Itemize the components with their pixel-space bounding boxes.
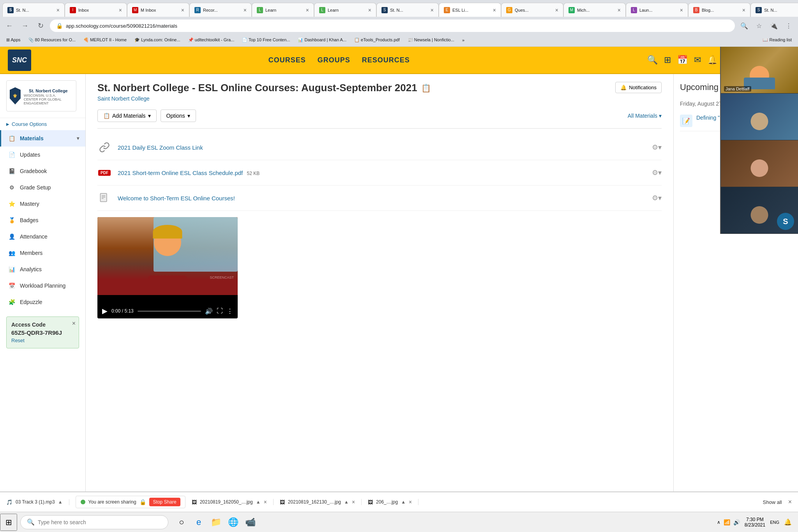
nav-search-icon[interactable]: 🔍 — [647, 55, 658, 65]
refresh-button[interactable]: ↻ — [34, 19, 47, 32]
tab-12[interactable]: B Blog... × — [688, 3, 750, 17]
taskbar-edge-icon[interactable]: e — [192, 515, 206, 529]
back-button[interactable]: ← — [3, 19, 16, 32]
video-call-s-button[interactable]: S — [777, 213, 794, 230]
nav-resources[interactable]: RESOURCES — [362, 56, 410, 64]
dismiss-downloads-button[interactable]: × — [788, 498, 792, 505]
bookmark-icon[interactable]: ☆ — [753, 19, 765, 32]
material-3-gear[interactable]: ⚙▾ — [652, 194, 662, 202]
nav-groups[interactable]: GROUPS — [318, 56, 350, 64]
bookmark-4[interactable]: 📌 udltechtoolkit - Gra... — [185, 37, 238, 43]
nav-mail-icon[interactable]: ✉ — [694, 55, 701, 65]
tab-6[interactable]: L Learn × — [314, 3, 376, 17]
tab-12-close[interactable]: × — [742, 7, 745, 13]
audio-download-caret[interactable]: ▲ — [58, 499, 63, 505]
bookmark-7[interactable]: 📋 eTools_Products.pdf — [351, 37, 403, 43]
tab-5[interactable]: L Learn × — [252, 3, 314, 17]
taskbar-zoom-icon[interactable]: 📹 — [243, 515, 257, 529]
forward-button[interactable]: → — [19, 19, 31, 32]
page-subtitle[interactable]: Saint Norbert College — [97, 95, 615, 102]
taskbar-chrome-icon[interactable]: 🌐 — [226, 515, 240, 529]
add-materials-button[interactable]: 📋 Add Materials ▾ — [97, 110, 157, 122]
sidebar-item-edpuzzle[interactable]: 🧩 Edpuzzle — [0, 294, 85, 310]
material-1-gear[interactable]: ⚙▾ — [652, 143, 662, 152]
show-all-downloads-button[interactable]: Show all — [763, 499, 782, 505]
sidebar-item-workload-planning[interactable]: 📅 Workload Planning — [0, 277, 85, 294]
taskbar-explorer-icon[interactable]: 📁 — [209, 515, 223, 529]
tab-7-close[interactable]: × — [431, 7, 434, 13]
sidebar-item-gradebook[interactable]: 📓 Gradebook — [0, 163, 85, 179]
sidebar-item-materials[interactable]: 📋 Materials ▾ — [0, 130, 85, 147]
tab-1[interactable]: S St. N... × — [2, 3, 65, 17]
extensions-icon[interactable]: 🔌 — [768, 19, 780, 32]
tab-7[interactable]: S St. N... × — [376, 3, 439, 17]
sidebar-item-analytics[interactable]: 📊 Analytics — [0, 261, 85, 277]
taskbar-cortana-icon[interactable]: ○ — [175, 515, 189, 529]
course-options[interactable]: ▶ Course Options — [0, 118, 85, 130]
tab-13[interactable]: S St. N... × — [750, 3, 798, 17]
tab-9-close[interactable]: × — [555, 7, 558, 13]
bookmark-2[interactable]: 🍕 MERLOT II - Home — [80, 37, 130, 43]
tab-4-close[interactable]: × — [244, 7, 247, 13]
taskbar-clock[interactable]: 7:30 PM 8/23/2021 — [745, 517, 765, 528]
video-play-button[interactable]: ▶ — [102, 307, 108, 315]
image-2-close[interactable]: × — [352, 499, 355, 505]
bookmark-apps[interactable]: ⊞ Apps — [3, 37, 24, 43]
start-button[interactable]: ⊞ — [0, 514, 17, 531]
bookmark-8[interactable]: 📰 Newsela | Nonfictio... — [404, 37, 457, 43]
sidebar-item-updates[interactable]: 📄 Updates — [0, 147, 85, 163]
image-1-close[interactable]: × — [264, 499, 267, 505]
video-volume-button[interactable]: 🔊 — [205, 308, 213, 315]
material-2-title[interactable]: 2021 Short-term Online ESL Class Schedul… — [118, 170, 646, 176]
bookmark-3[interactable]: 🎓 Lynda.com: Online... — [131, 37, 184, 43]
tab-5-close[interactable]: × — [306, 7, 309, 13]
access-code-reset-link[interactable]: Reset — [11, 338, 25, 343]
image-1-caret[interactable]: ▲ — [256, 499, 261, 505]
taskbar-notification-icon[interactable]: 🔔 — [784, 518, 792, 526]
tab-10-close[interactable]: × — [618, 7, 621, 13]
sidebar-item-grade-setup[interactable]: ⚙ Grade Setup — [0, 179, 85, 196]
tab-9[interactable]: G Ques... × — [501, 3, 563, 17]
material-3-title[interactable]: Welcome to Short-Term ESL Online Courses… — [118, 195, 646, 201]
tab-11[interactable]: L Laun... × — [626, 3, 688, 17]
tab-1-close[interactable]: × — [56, 7, 60, 13]
image-3-close[interactable]: × — [409, 499, 412, 505]
tab-3[interactable]: M M Inbox × — [127, 3, 189, 17]
taskbar-volume-icon[interactable]: 🔊 — [733, 519, 740, 525]
address-bar[interactable]: 🔒 app.schoology.com/course/5090821216/ma… — [50, 19, 735, 32]
tab-4[interactable]: R Recor... × — [189, 3, 252, 17]
taskbar-network-icon[interactable]: 📶 — [724, 519, 730, 525]
menu-icon[interactable]: ⋮ — [782, 19, 795, 32]
sidebar-item-badges[interactable]: 🏅 Badges — [0, 212, 85, 228]
notifications-button[interactable]: 🔔 Notifications — [615, 82, 662, 93]
tab-2-close[interactable]: × — [119, 7, 122, 13]
tab-8-close[interactable]: × — [493, 7, 496, 13]
tab-11-close[interactable]: × — [680, 7, 683, 13]
stop-share-button[interactable]: Stop Share — [149, 498, 180, 506]
access-code-close-button[interactable]: × — [72, 320, 76, 327]
nav-calendar-icon[interactable]: 📅 — [677, 55, 688, 65]
nav-grid-icon[interactable]: ⊞ — [664, 55, 671, 65]
sidebar-item-attendance[interactable]: 👤 Attendance — [0, 228, 85, 245]
video-more-button[interactable]: ⋮ — [227, 308, 233, 315]
nav-bell-icon[interactable]: 🔔 — [707, 55, 718, 65]
bookmark-5[interactable]: 📄 Top 10 Free Conten... — [239, 37, 293, 43]
options-button[interactable]: Options ▾ — [161, 110, 196, 122]
all-materials-filter[interactable]: All Materials ▾ — [628, 113, 662, 119]
tab-2[interactable]: I Inbox × — [65, 3, 127, 17]
search-icon[interactable]: 🔍 — [738, 19, 750, 32]
tab-8-active[interactable]: E ESL Li... × — [439, 3, 501, 17]
copy-icon[interactable]: 📋 — [421, 83, 431, 93]
image-3-caret[interactable]: ▲ — [401, 499, 406, 505]
tab-6-close[interactable]: × — [368, 7, 371, 13]
video-fullscreen-button[interactable]: ⛶ — [217, 308, 223, 315]
taskbar-search-input[interactable] — [38, 519, 162, 525]
taskbar-up-arrow[interactable]: ∧ — [717, 520, 720, 525]
bookmark-reading-list[interactable]: 📖 Reading list — [759, 37, 795, 43]
sidebar-item-members[interactable]: 👥 Members — [0, 245, 85, 261]
material-1-title[interactable]: 2021 Daily ESL Zoom Class Link — [118, 144, 646, 151]
image-2-caret[interactable]: ▲ — [344, 499, 349, 505]
bookmark-6[interactable]: 📊 Dashboard | Khan A... — [295, 37, 349, 43]
material-2-gear[interactable]: ⚙▾ — [652, 168, 662, 177]
tab-3-close[interactable]: × — [181, 7, 184, 13]
